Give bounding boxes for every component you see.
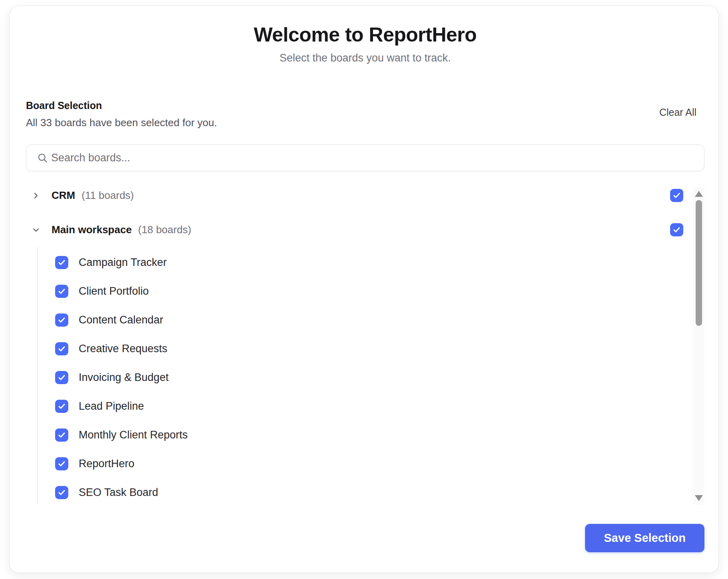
board-checkbox[interactable] [55,457,68,470]
group-checkbox-crm[interactable] [670,189,683,202]
board-selection-section: Board Selection All 33 boards have been … [26,99,704,129]
group-row-crm: CRM (11 boards) [26,185,704,206]
group-name: CRM [52,189,75,202]
board-checkbox[interactable] [55,371,68,384]
group-count: (18 boards) [138,224,191,236]
checkmark-icon [58,258,66,267]
board-label: Invoicing & Budget [79,371,169,384]
page-subtitle: Select the boards you want to track. [26,52,704,64]
main-workspace-boards: Campaign Tracker Client Portfolio Conten… [26,248,704,507]
chevron-down-icon [31,225,41,235]
board-row: Invoicing & Budget [26,363,704,392]
board-checkbox[interactable] [55,428,68,442]
board-checkbox[interactable] [55,285,68,298]
indent-guide-line [37,247,38,503]
board-row: Monthly Client Reports [26,421,704,450]
expand-crm-button[interactable] [31,190,41,201]
search-input[interactable] [26,145,704,171]
checkmark-icon [58,316,66,324]
board-row: Lead Pipeline [26,392,704,421]
checkmark-icon [58,402,66,410]
board-label: Monthly Client Reports [79,429,188,441]
board-label: Campaign Tracker [79,256,167,269]
board-label: Lead Pipeline [79,400,144,412]
board-row: ReportHero [26,450,704,478]
page-title: Welcome to ReportHero [26,24,704,47]
group-name: Main workspace [52,224,132,236]
board-row: Campaign Tracker [26,248,704,277]
board-label: Creative Requests [79,343,167,355]
board-label: Client Portfolio [79,285,149,297]
checkmark-icon [58,460,66,468]
board-checkbox[interactable] [55,400,68,413]
board-list: CRM (11 boards) Main workspace (18 board… [26,185,704,507]
modal-footer: Save Selection [26,524,704,552]
checkmark-icon [58,431,66,439]
board-label: ReportHero [79,458,135,470]
checkmark-icon [672,226,681,234]
checkmark-icon [58,345,66,353]
welcome-modal: Welcome to ReportHero Select the boards … [9,6,719,573]
list-scrollbar[interactable] [693,187,704,505]
checkmark-icon [58,488,66,497]
search-bar [26,145,704,171]
modal-content: Welcome to ReportHero Select the boards … [10,6,718,573]
collapse-main-workspace-button[interactable] [31,225,41,235]
save-selection-button[interactable]: Save Selection [585,524,704,552]
section-description: All 33 boards have been selected for you… [26,117,704,129]
board-label: SEO Task Board [79,486,158,499]
chevron-right-icon [31,191,41,200]
board-row: Client Portfolio [26,277,704,306]
checkmark-icon [672,191,681,200]
scrollbar-thumb[interactable] [696,200,702,326]
checkmark-icon [58,373,66,382]
clear-all-button[interactable]: Clear All [659,107,696,118]
checkmark-icon [58,287,66,295]
board-checkbox[interactable] [55,313,68,327]
section-heading: Board Selection [26,99,704,111]
group-count: (11 boards) [81,189,134,202]
board-row: Content Calendar [26,306,704,335]
group-checkbox-main-workspace[interactable] [670,223,683,236]
modal-header: Welcome to ReportHero Select the boards … [26,6,704,64]
scroll-down-arrow[interactable] [695,495,703,501]
board-row: Creative Requests [26,335,704,363]
board-row: SEO Task Board [26,478,704,507]
board-checkbox[interactable] [55,342,68,355]
board-checkbox[interactable] [55,486,68,499]
scroll-up-arrow[interactable] [695,191,703,197]
board-label: Content Calendar [79,314,163,326]
group-row-main-workspace: Main workspace (18 boards) [26,220,704,240]
board-checkbox[interactable] [55,256,68,269]
